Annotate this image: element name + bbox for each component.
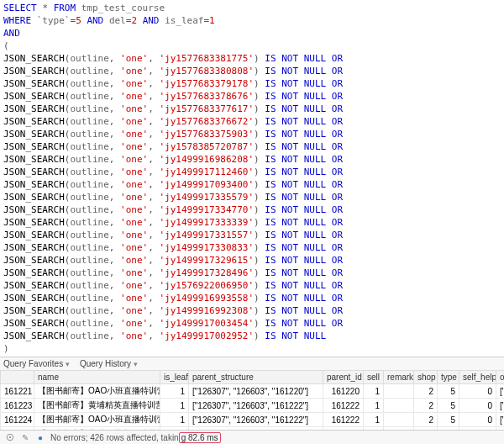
status-text: No errors; 426 rows affected, taking 82.… — [50, 433, 221, 442]
column-header[interactable]: parent_structure — [189, 371, 323, 384]
table-row[interactable]: 161223【图书邮寄】黄埔精英直播特训营系...1["126307", "12… — [1, 399, 505, 413]
gear-icon[interactable] — [5, 432, 15, 442]
query-favorites-tab[interactable]: Query Favorites ▾ — [3, 359, 70, 368]
query-history-tab[interactable]: Query History ▾ — [80, 359, 138, 368]
results-grid[interactable]: nameis_leafparent_structureparent_idsell… — [0, 370, 504, 430]
pencil-icon[interactable]: ✎ — [20, 432, 30, 442]
column-header[interactable]: shop — [414, 371, 438, 384]
column-header[interactable]: outline — [496, 371, 505, 384]
column-header[interactable]: name — [34, 371, 160, 384]
column-header[interactable]: remark — [384, 371, 414, 384]
query-tabs-bar: Query Favorites ▾ Query History ▾ — [0, 357, 504, 370]
svg-point-1 — [9, 436, 11, 438]
chevron-down-icon: ▾ — [66, 360, 70, 368]
status-bar: ✎ ● No errors; 426 rows affected, taking… — [0, 430, 504, 444]
sql-editor[interactable]: SELECT * FROM tmp_test_courseWHERE `type… — [0, 0, 504, 357]
column-header[interactable]: self_help — [459, 371, 496, 384]
column-header[interactable]: is_leaf — [160, 371, 189, 384]
table-row[interactable]: 161224【图书邮寄】OAO小班直播特训营系...1["126307", "1… — [1, 413, 505, 427]
status-ok-icon: ● — [35, 432, 45, 442]
table-row[interactable]: 161221【图书邮寄】OAO小班直播特训营系...1["126307", "1… — [1, 384, 505, 399]
column-header[interactable]: type — [438, 371, 459, 384]
column-header[interactable] — [1, 371, 34, 384]
column-header[interactable]: parent_id — [323, 371, 364, 384]
chevron-down-icon: ▾ — [134, 360, 138, 368]
column-header[interactable]: sell — [364, 371, 384, 384]
